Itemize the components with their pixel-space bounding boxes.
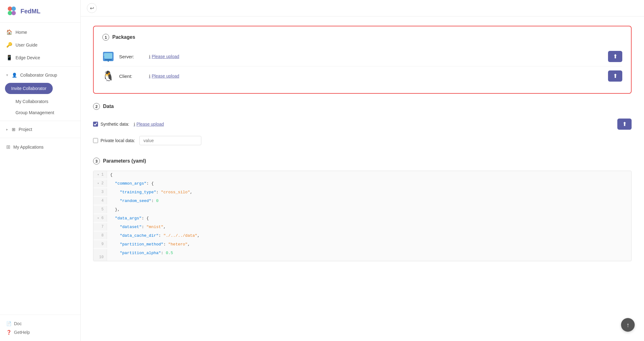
server-icon	[102, 51, 114, 62]
yaml-code: "data_args": {	[107, 214, 631, 222]
yaml-editor[interactable]: ▾ 1{▾ 2 "common_args": { 3 "training_typ…	[93, 171, 632, 261]
yaml-gutter: 5	[93, 206, 107, 213]
main-header: ↩	[81, 0, 644, 16]
group-management-label: Group Management	[16, 110, 54, 115]
info-icon-3: ℹ	[134, 122, 135, 127]
yaml-code: },	[107, 206, 631, 213]
yaml-code: "common_args": {	[107, 180, 631, 187]
sidebar-item-project[interactable]: ▸ ⊞ Project	[0, 123, 80, 135]
svg-rect-5	[104, 53, 112, 59]
main-area: ↩ 1 Packages	[81, 0, 644, 341]
private-local-data-checkbox[interactable]	[93, 138, 98, 143]
server-upload-text: Please upload	[152, 54, 179, 59]
doc-link[interactable]: 📄 Doc	[6, 319, 74, 328]
yaml-gutter: 4	[93, 197, 107, 204]
key-icon: 🔑	[6, 42, 12, 48]
sidebar-item-my-collaborators[interactable]: My Collaborators	[0, 96, 80, 107]
svg-point-2	[8, 11, 12, 15]
upload-arrow-icon-3: ⬆	[622, 121, 627, 128]
client-package-row: 🐧 Client: ℹ Please upload ⬆	[102, 66, 622, 86]
sidebar-item-user-guide[interactable]: 🔑 User Guide	[0, 38, 80, 51]
yaml-line: 5 },	[93, 206, 631, 214]
sidebar-item-my-applications[interactable]: ⊞ My Applications	[0, 141, 80, 153]
chevron-right-icon: ▸	[6, 127, 8, 132]
synthetic-upload-link[interactable]: ℹ Please upload	[134, 122, 613, 127]
client-upload-button[interactable]: ⬆	[608, 70, 622, 82]
yaml-code: "random_seed": 0	[107, 197, 631, 205]
client-upload-link[interactable]: ℹ Please upload	[149, 74, 603, 79]
svg-rect-6	[105, 59, 112, 60]
sidebar: FedML 🏠 Home 🔑 User Guide 📱 Edge Device …	[0, 0, 81, 341]
yaml-code: "partition_method": "hetero",	[107, 240, 631, 248]
svg-point-7	[108, 61, 109, 62]
synthetic-upload-button[interactable]: ⬆	[617, 119, 632, 130]
yaml-code: "partition_alpha": 0.5	[107, 249, 631, 257]
server-upload-link[interactable]: ℹ Please upload	[149, 54, 603, 59]
sidebar-item-my-applications-label: My Applications	[13, 145, 43, 150]
data-title-text: Data	[103, 104, 114, 109]
chevron-down-icon: ▾	[6, 73, 8, 77]
synthetic-data-label[interactable]: Synthetic data:	[93, 122, 129, 127]
svg-rect-8	[104, 54, 104, 54]
sidebar-item-collaborator-group[interactable]: ▾ 👤 Collaborator Group	[0, 69, 80, 81]
data-number: 2	[93, 103, 100, 110]
server-label: Server:	[119, 54, 144, 59]
collaborator-icon: 👤	[12, 73, 17, 78]
doc-label: Doc	[14, 321, 22, 326]
private-local-data-input[interactable]	[139, 136, 201, 145]
doc-icon: 📄	[6, 321, 11, 326]
sidebar-item-user-guide-label: User Guide	[16, 43, 38, 47]
yaml-gutter: 10	[93, 249, 107, 261]
synthetic-upload-text: Please upload	[136, 122, 164, 127]
parameters-title-text: Parameters (yaml)	[103, 158, 146, 164]
back-button[interactable]: ↩	[87, 3, 97, 13]
data-title: 2 Data	[93, 103, 632, 110]
client-icon: 🐧	[102, 70, 114, 82]
svg-point-3	[11, 11, 16, 15]
upload-arrow-icon-2: ⬆	[613, 73, 618, 79]
yaml-gutter: 8	[93, 232, 107, 239]
sidebar-logo: FedML	[0, 0, 80, 23]
private-local-data-label[interactable]: Private local data:	[93, 138, 135, 143]
client-label: Client:	[119, 74, 144, 79]
divider-3	[0, 138, 80, 138]
synthetic-data-checkbox[interactable]	[93, 122, 98, 127]
svg-rect-9	[104, 55, 104, 56]
yaml-line: 8 "data_cache_dir": "./../../data",	[93, 232, 631, 240]
yaml-code: "data_cache_dir": "./../../data",	[107, 232, 631, 240]
scroll-to-top-button[interactable]: ↑	[621, 318, 635, 332]
yaml-gutter: ▾ 1	[93, 171, 107, 178]
svg-point-1	[11, 7, 16, 11]
get-help-link[interactable]: ❓ GetHelp	[6, 328, 74, 337]
yaml-line: 3 "training_type": "cross_silo",	[93, 188, 631, 197]
arrow-up-icon: ↑	[626, 321, 629, 329]
server-upload-button[interactable]: ⬆	[608, 51, 622, 62]
yaml-line: ▾ 2 "common_args": {	[93, 180, 631, 188]
info-icon-2: ℹ	[149, 74, 150, 79]
synthetic-data-label-text: Synthetic data:	[101, 122, 129, 127]
sidebar-item-group-management[interactable]: Group Management	[0, 107, 80, 118]
private-local-data-row: Private local data:	[93, 133, 632, 148]
sidebar-item-edge-device[interactable]: 📱 Edge Device	[0, 51, 80, 64]
main-content: 1 Packages Server: ℹ	[81, 16, 644, 341]
yaml-line: ▾ 6 "data_args": {	[93, 214, 631, 223]
my-collaborators-label: My Collaborators	[16, 99, 48, 104]
yaml-gutter: ▾ 6	[93, 214, 107, 222]
invite-collaborator-button[interactable]: Invite Collaborator	[5, 83, 53, 94]
get-help-label: GetHelp	[14, 330, 30, 335]
yaml-code: "dataset": "mnist",	[107, 223, 631, 231]
packages-section: 1 Packages Server: ℹ	[93, 26, 632, 94]
yaml-line: 7 "dataset": "mnist",	[93, 223, 631, 232]
yaml-line: 10 "partition_alpha": 0.5	[93, 249, 631, 261]
parameters-number: 3	[93, 158, 100, 164]
logo-text: FedML	[20, 8, 40, 15]
yaml-gutter: 3	[93, 188, 107, 196]
parameters-title: 3 Parameters (yaml)	[93, 158, 632, 164]
sidebar-item-home[interactable]: 🏠 Home	[0, 26, 80, 38]
client-upload-text: Please upload	[152, 74, 179, 79]
packages-number: 1	[102, 34, 109, 41]
packages-title-text: Packages	[112, 34, 135, 40]
yaml-line: ▾ 1{	[93, 171, 631, 180]
private-local-data-label-text: Private local data:	[101, 138, 135, 143]
yaml-code: "training_type": "cross_silo",	[107, 188, 631, 196]
